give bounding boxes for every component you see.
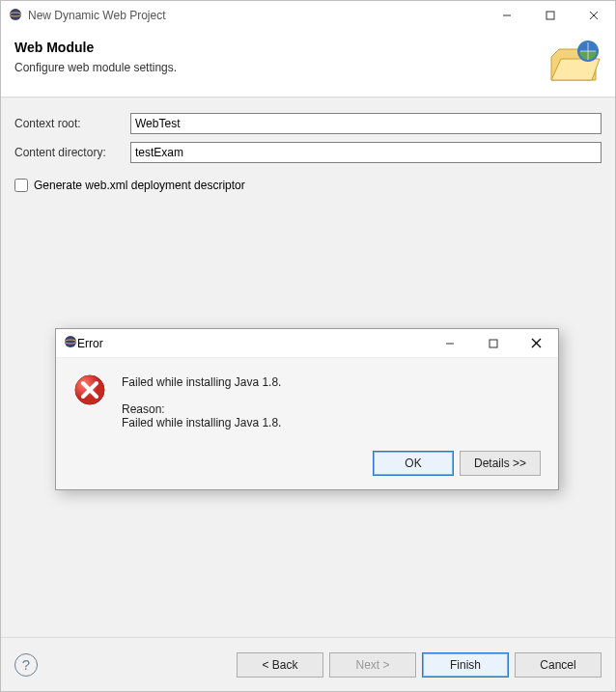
maximize-icon: [546, 11, 555, 20]
maximize-icon: [489, 339, 498, 348]
error-close-button[interactable]: [515, 329, 558, 357]
context-root-input[interactable]: [130, 113, 602, 134]
minimize-button[interactable]: [485, 2, 528, 30]
eclipse-icon: [64, 335, 77, 351]
banner-sub: Configure web module settings.: [14, 61, 177, 74]
error-dialog-buttons: OK Details >>: [73, 451, 541, 476]
generate-webxml-row: Generate web.xml deployment descriptor: [14, 179, 602, 192]
svg-point-0: [10, 9, 21, 20]
svg-point-9: [65, 336, 76, 347]
error-reason: Failed while installing Java 1.8.: [122, 416, 281, 429]
context-root-label: Context root:: [14, 117, 130, 130]
svg-rect-12: [490, 340, 497, 347]
window-titlebar[interactable]: New Dynamic Web Project: [1, 1, 615, 30]
close-icon: [589, 11, 599, 20]
error-text: Failed while installing Java 1.8. Reason…: [122, 375, 281, 429]
content-directory-label: Content directory:: [14, 146, 130, 159]
content-directory-row: Content directory:: [14, 142, 602, 163]
error-reason-label: Reason:: [122, 402, 281, 416]
close-icon: [531, 338, 542, 348]
error-maximize-button[interactable]: [471, 329, 515, 357]
wizard-content: Context root: Content directory: Generat…: [1, 99, 615, 637]
generate-webxml-label: Generate web.xml deployment descriptor: [34, 179, 245, 192]
help-button[interactable]: ?: [14, 653, 38, 677]
ok-button[interactable]: OK: [373, 451, 454, 476]
wizard-footer: ? < Back Next > Finish Cancel: [1, 637, 615, 691]
minimize-icon: [502, 11, 512, 20]
eclipse-icon: [9, 8, 22, 24]
window-title: New Dynamic Web Project: [28, 9, 485, 22]
error-message: Failed while installing Java 1.8.: [122, 375, 281, 389]
cancel-button[interactable]: Cancel: [515, 652, 602, 678]
content-directory-input[interactable]: [130, 142, 602, 163]
error-message-area: Failed while installing Java 1.8. Reason…: [73, 375, 541, 429]
wizard-window: New Dynamic Web Project Web Module Confi…: [0, 0, 616, 692]
error-dialog-titlebar[interactable]: Error: [56, 329, 558, 358]
svg-rect-3: [546, 12, 554, 19]
banner-heading: Web Module: [14, 40, 177, 55]
next-button[interactable]: Next >: [329, 652, 416, 678]
close-button[interactable]: [572, 2, 615, 30]
error-icon: [73, 374, 106, 409]
context-root-row: Context root:: [14, 113, 602, 134]
banner-text: Web Module Configure web module settings…: [14, 40, 177, 74]
banner-icon: [547, 38, 602, 91]
minimize-icon: [445, 339, 455, 348]
help-icon: ?: [22, 656, 30, 673]
error-dialog-body: Failed while installing Java 1.8. Reason…: [56, 358, 558, 489]
finish-button[interactable]: Finish: [422, 652, 509, 678]
back-button[interactable]: < Back: [237, 652, 323, 678]
error-minimize-button[interactable]: [428, 329, 471, 357]
details-button[interactable]: Details >>: [460, 451, 541, 476]
error-dialog: Error: [55, 328, 559, 490]
generate-webxml-checkbox[interactable]: [14, 179, 28, 192]
maximize-button[interactable]: [528, 2, 572, 30]
wizard-banner: Web Module Configure web module settings…: [1, 30, 615, 97]
error-dialog-title: Error: [77, 337, 428, 350]
